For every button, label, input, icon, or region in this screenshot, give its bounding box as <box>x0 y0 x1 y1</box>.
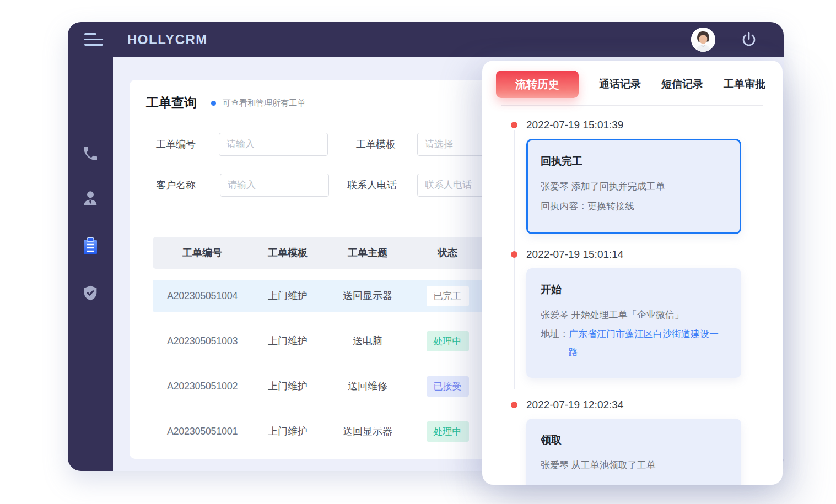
sidebar <box>68 57 113 471</box>
timeline-card[interactable]: 开始 张爱琴 开始处理工单「企业微信」 地址： 广东省江门市蓬江区白沙街道建设一… <box>526 268 741 378</box>
menu-icon[interactable] <box>84 31 104 48</box>
page-title: 工单查询 <box>146 94 197 111</box>
col-header: 工单模板 <box>252 246 323 259</box>
cell-subject: 送电脑 <box>323 334 412 348</box>
cell-template: 上门维护 <box>252 425 323 438</box>
cell-subject: 送回显示器 <box>323 289 412 302</box>
tab-sms-records[interactable]: 短信记录 <box>661 77 703 91</box>
menu-bar <box>84 39 103 41</box>
timeline-card-line: 回执内容：更换转接线 <box>541 197 727 216</box>
clipboard-glyph <box>80 236 100 256</box>
cell-subject: 送回维修 <box>323 380 412 393</box>
timeline-card-line: 张爱琴 添加了回执并完成工单 <box>541 177 727 197</box>
timeline-dot <box>511 402 517 408</box>
menu-bar <box>84 33 96 35</box>
status-badge: 已接受 <box>427 376 469 397</box>
timeline-dot <box>511 251 517 258</box>
status-badge: 处理中 <box>427 421 469 442</box>
cell-template: 上门维护 <box>252 380 323 393</box>
menu-bar <box>84 44 103 46</box>
user-avatar[interactable] <box>691 28 715 52</box>
col-header: 状态 <box>412 246 483 259</box>
col-header: 工单编号 <box>153 246 252 259</box>
timeline-card-selected[interactable]: 回执完工 张爱琴 添加了回执并完成工单 回执内容：更换转接线 <box>526 139 741 234</box>
cell-order-id: A202305051001 <box>153 426 252 437</box>
timeline-card-title: 回执完工 <box>541 154 727 169</box>
shield-check-icon[interactable] <box>80 283 101 304</box>
timeline-card-title: 开始 <box>541 283 727 297</box>
cell-subject: 送回显示器 <box>323 425 412 438</box>
phone-icon[interactable] <box>80 143 101 164</box>
timeline-timestamp: 2022-07-19 15:01:14 <box>526 248 623 261</box>
timeline-dot <box>511 122 517 128</box>
timeline-card[interactable]: 领取 张爱琴 从工单池领取了工单 <box>526 419 741 485</box>
filter-label-template: 工单模板 <box>356 133 396 156</box>
timeline-entry-head: 2022-07-19 15:01:14 <box>482 248 783 261</box>
flow-history-timeline: 2022-07-19 15:01:39 回执完工 张爱琴 添加了回执并完成工单 … <box>482 106 783 485</box>
tab-call-records[interactable]: 通话记录 <box>599 77 641 91</box>
timeline-card-line: 张爱琴 开始处理工单「企业微信」 <box>541 305 727 325</box>
subtitle-dot <box>211 101 216 106</box>
cell-template: 上门维护 <box>252 334 323 348</box>
cell-template: 上门维护 <box>252 289 323 302</box>
tab-approval[interactable]: 工单审批 <box>724 77 765 91</box>
cell-order-id: A202305051003 <box>153 335 252 347</box>
col-header: 工单主题 <box>323 246 412 259</box>
person-icon[interactable] <box>80 188 101 209</box>
order-id-input[interactable] <box>219 133 328 156</box>
page-subtitle: 可查看和管理所有工单 <box>223 98 305 109</box>
timeline-entry-head: 2022-07-19 15:01:39 <box>482 119 783 131</box>
workorder-detail-panel: 流转历史 通话记录 短信记录 工单审批 2022-07-19 15:01:39 … <box>482 61 783 485</box>
timeline-entry-head: 2022-07-19 12:02:34 <box>482 399 783 411</box>
phone-glyph <box>82 145 99 162</box>
status-badge: 已完工 <box>427 286 469 306</box>
power-glyph <box>741 31 757 48</box>
filter-label-phone: 联系人电话 <box>347 174 397 197</box>
top-bar: HOLLYCRM <box>68 22 784 57</box>
cell-order-id: A202305051004 <box>153 290 252 302</box>
filter-label-order-id: 工单编号 <box>156 133 196 156</box>
filter-label-customer: 客户名称 <box>156 174 196 197</box>
status-badge: 处理中 <box>427 331 469 351</box>
customer-name-input[interactable] <box>220 174 329 197</box>
app-logo: HOLLYCRM <box>127 32 208 47</box>
tab-flow-history[interactable]: 流转历史 <box>496 71 579 98</box>
timeline-timestamp: 2022-07-19 12:02:34 <box>526 399 623 411</box>
shield-glyph <box>82 284 99 302</box>
timeline-card-title: 领取 <box>541 433 727 447</box>
power-icon[interactable] <box>741 31 757 48</box>
timeline-timestamp: 2022-07-19 15:01:39 <box>526 119 623 131</box>
address-label: 地址： <box>541 325 569 361</box>
clipboard-icon[interactable] <box>80 236 101 257</box>
person-glyph <box>81 189 100 208</box>
timeline-card-line: 张爱琴 从工单池领取了工单 <box>541 456 727 475</box>
cell-order-id: A202305051002 <box>153 381 252 392</box>
avatar-image <box>691 28 715 52</box>
detail-tabs: 流转历史 通话记录 短信记录 工单审批 <box>482 61 783 98</box>
address-link[interactable]: 广东省江门市蓬江区白沙街道建设一路 <box>569 325 727 361</box>
